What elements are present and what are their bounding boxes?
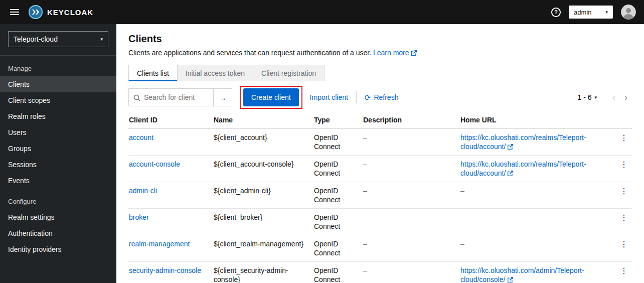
import-client-link[interactable]: Import client [310, 93, 348, 101]
masthead-right: ? admin ▾ [551, 5, 636, 20]
clients-table: Client IDNameTypeDescriptionHome URL acc… [128, 111, 632, 283]
client-id-link[interactable]: account [129, 133, 153, 142]
client-description: – [359, 262, 456, 283]
search-field [128, 88, 214, 106]
realm-selector[interactable]: Teleport-cloud ▾ [8, 31, 108, 47]
sidebar-item-sessions[interactable]: Sessions [0, 157, 116, 173]
client-id-link[interactable]: security-admin-console [129, 266, 201, 274]
sidebar-item-events[interactable]: Events [0, 173, 116, 189]
external-link-icon [411, 50, 417, 56]
keycloak-logo-icon [28, 5, 43, 20]
nav-section: Manage ClientsClient scopesRealm rolesUs… [0, 56, 116, 189]
tab-clients-list[interactable]: Clients list [128, 65, 178, 81]
realm-selector-block: Teleport-cloud ▾ [0, 24, 116, 56]
avatar[interactable] [621, 5, 636, 20]
column-header-type: Type [310, 111, 359, 129]
client-description: – [359, 156, 456, 182]
column-header-actions [612, 111, 632, 129]
sidebar-item-clients[interactable]: Clients [0, 76, 116, 92]
sidebar-item-identity-providers[interactable]: Identity providers [0, 241, 116, 257]
kebab-menu-button[interactable]: ⋮ [616, 266, 632, 276]
client-description: – [359, 209, 456, 235]
table-header-row: Client IDNameTypeDescriptionHome URL [128, 111, 632, 129]
sidebar-item-realm-settings[interactable]: Realm settings [0, 209, 116, 225]
arrow-right-icon: → [219, 93, 227, 102]
table-row: realm-management ${client_realm-manageme… [128, 235, 632, 262]
tab-bar: Clients list Initial access token Client… [128, 65, 632, 81]
sidebar-item-authentication[interactable]: Authentication [0, 225, 116, 241]
nav-list: Realm settingsAuthenticationIdentity pro… [0, 209, 116, 257]
tab-initial-access-token[interactable]: Initial access token [177, 65, 253, 81]
home-url-empty: – [460, 240, 464, 248]
divider [356, 91, 357, 103]
table-row: account ${client_account} OpenID Connect… [128, 129, 632, 156]
kebab-menu-button[interactable]: ⋮ [616, 213, 632, 223]
client-name: ${client_account} [210, 129, 310, 156]
kebab-menu-button[interactable]: ⋮ [616, 239, 632, 249]
column-header-description: Description [359, 111, 456, 129]
client-id-link[interactable]: realm-management [129, 240, 190, 248]
user-menu-label: admin [574, 9, 591, 16]
sidebar-item-client-scopes[interactable]: Client scopes [0, 92, 116, 108]
tab-client-registration[interactable]: Client registration [253, 65, 325, 81]
kebab-menu-button[interactable]: ⋮ [616, 160, 632, 170]
subtitle-text: Clients are applications and services th… [128, 49, 371, 57]
search-group: → [128, 88, 232, 106]
masthead: KEYCLOAK ? admin ▾ [0, 0, 644, 24]
table-row: broker ${client_broker} OpenID Connect –… [128, 209, 632, 235]
pagination-range-button[interactable]: 1 - 6 ▾ [574, 93, 600, 102]
home-url-link[interactable]: https://kc.oluoshati.com/realms/Teleport… [460, 160, 586, 177]
nav-toggle-button[interactable] [8, 6, 21, 19]
avatar-icon [621, 5, 636, 20]
kebab-menu-button[interactable]: ⋮ [616, 133, 632, 143]
client-name: ${client_security-admin-console} [210, 262, 310, 283]
nav-section: Configure Realm settingsAuthenticationId… [0, 189, 116, 257]
clients-table-body: account ${client_account} OpenID Connect… [128, 129, 632, 283]
external-link-icon [508, 144, 513, 150]
brand-text: KEYCLOAK [47, 8, 93, 17]
table-toolbar: → Create client Import client ⟳ Refresh … [128, 88, 632, 106]
nav-list: ClientsClient scopesRealm rolesUsersGrou… [0, 76, 116, 189]
create-client-button[interactable]: Create client [243, 88, 299, 106]
client-id-link[interactable]: admin-cli [129, 187, 157, 195]
client-type: OpenID Connect [310, 182, 359, 209]
sidebar: Teleport-cloud ▾ Manage ClientsClient sc… [0, 24, 116, 283]
refresh-link[interactable]: ⟳ Refresh [365, 93, 399, 101]
chevron-down-icon: ▾ [594, 95, 597, 100]
sidebar-item-realm-roles[interactable]: Realm roles [0, 108, 116, 124]
client-search-input[interactable] [129, 89, 213, 106]
next-page-button[interactable]: › [620, 93, 632, 102]
chevron-down-icon: ▾ [605, 10, 608, 15]
previous-page-button[interactable]: ‹ [608, 93, 620, 102]
client-type: OpenID Connect [310, 262, 359, 283]
client-type: OpenID Connect [310, 235, 359, 262]
sidebar-nav: Manage ClientsClient scopesRealm rolesUs… [0, 56, 116, 257]
column-header-client-id: Client ID [128, 111, 210, 129]
client-description: – [359, 182, 456, 209]
table-row: account-console ${client_account-console… [128, 156, 632, 182]
learn-more-link[interactable]: Learn more [373, 49, 417, 57]
chevron-down-icon: ▾ [100, 37, 103, 42]
user-menu-button[interactable]: admin ▾ [569, 6, 613, 19]
kebab-menu-button[interactable]: ⋮ [616, 186, 632, 196]
client-name: ${client_account-console} [210, 156, 310, 182]
client-name: ${client_broker} [210, 209, 310, 235]
client-type: OpenID Connect [310, 129, 359, 156]
create-client-wrap: Create client [243, 88, 299, 106]
realm-selector-label: Teleport-cloud [14, 35, 58, 43]
sidebar-item-groups[interactable]: Groups [0, 140, 116, 157]
client-id-link[interactable]: broker [129, 213, 149, 221]
search-icon [133, 94, 140, 101]
client-id-link[interactable]: account-console [129, 160, 180, 168]
home-url-empty: – [460, 213, 464, 221]
search-submit-button[interactable]: → [213, 88, 232, 106]
table-row: admin-cli ${client_admin-cli} OpenID Con… [128, 182, 632, 209]
column-header-name: Name [210, 111, 310, 129]
page-subtitle: Clients are applications and services th… [128, 49, 632, 57]
help-icon[interactable]: ? [551, 8, 561, 17]
home-url-link[interactable]: https://kc.oluoshati.com/admin/Teleport-… [460, 266, 584, 283]
nav-section-title: Configure [0, 189, 116, 209]
sidebar-item-users[interactable]: Users [0, 124, 116, 140]
home-url-link[interactable]: https://kc.oluoshati.com/realms/Teleport… [460, 133, 586, 151]
external-link-icon [508, 277, 513, 282]
